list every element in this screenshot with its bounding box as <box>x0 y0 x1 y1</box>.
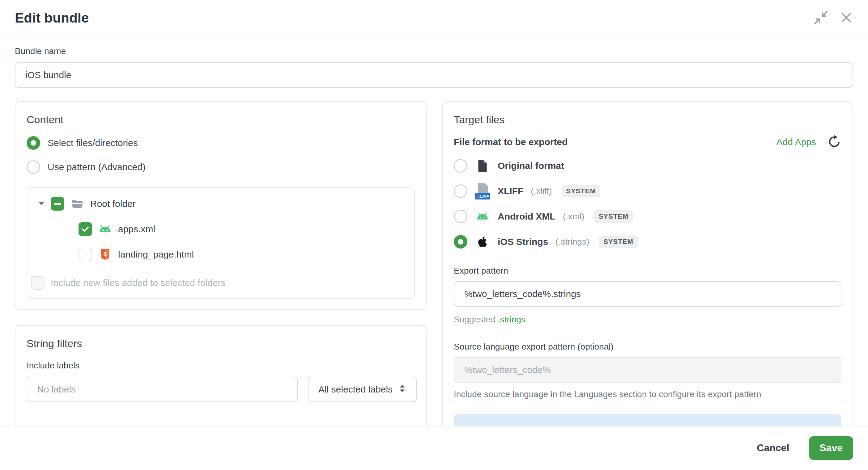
format-row-original[interactable]: Original format <box>454 157 841 174</box>
file-format-row: File format to be exported Add Apps <box>454 135 841 149</box>
string-filters-heading: String filters <box>27 338 415 349</box>
apple-icon <box>475 236 490 248</box>
android-icon <box>475 212 490 221</box>
file-icon <box>475 159 490 172</box>
radio-use-pattern-label: Use pattern (Advanced) <box>48 162 146 172</box>
source-pattern-helper: Include source language in the Languages… <box>454 390 841 399</box>
header-actions <box>813 10 855 26</box>
radio-select-files[interactable]: Select files/directories <box>27 136 415 150</box>
radio-select-files-label: Select files/directories <box>48 138 138 148</box>
indeterminate-mark-icon <box>54 203 61 205</box>
bundle-name-field: Bundle name <box>15 46 853 88</box>
string-filters-card: String filters Include labels All select… <box>15 325 427 426</box>
file-name: landing_page.html <box>118 249 194 260</box>
format-name: iOS Strings <box>498 237 548 247</box>
close-icon <box>840 11 853 25</box>
html5-icon: 5 <box>98 249 112 260</box>
suggested-row: Suggested .strings <box>454 315 841 325</box>
modal-title: Edit bundle <box>15 10 89 26</box>
format-name: Original format <box>498 161 564 171</box>
format-name: Android XML <box>498 211 556 222</box>
format-actions: Add Apps <box>776 135 841 149</box>
check-mark-icon <box>81 225 89 233</box>
root-folder-checkbox[interactable] <box>51 197 64 211</box>
labels-match-value: All selected labels <box>318 384 393 395</box>
suggested-label: Suggested <box>454 315 495 324</box>
file-format-label: File format to be exported <box>454 137 567 147</box>
labels-input[interactable] <box>27 377 298 402</box>
modal-body: Bundle name Content Select files/directo… <box>0 36 868 426</box>
format-row-android-xml[interactable]: Android XML (.xml) SYSTEM <box>454 208 841 225</box>
file-name: apps.xml <box>118 224 155 234</box>
labels-match-select[interactable]: All selected labels <box>308 377 417 402</box>
radio-use-pattern[interactable]: Use pattern (Advanced) <box>27 160 415 174</box>
system-badge: SYSTEM <box>594 210 633 223</box>
xliff-icon: XLIFF <box>475 183 490 200</box>
tree-row-file: apps.xml <box>79 222 407 237</box>
system-badge: SYSTEM <box>599 236 638 248</box>
source-pattern-input <box>454 357 841 382</box>
include-labels-row: All selected labels <box>27 377 415 402</box>
target-files-card: Target files File format to be exported … <box>442 101 853 426</box>
svg-text:5: 5 <box>103 251 107 258</box>
content-heading: Content <box>27 114 415 126</box>
close-button[interactable] <box>838 10 855 26</box>
format-ext: (.xliff) <box>531 186 552 196</box>
cancel-button[interactable]: Cancel <box>755 442 791 454</box>
info-banner <box>454 414 841 426</box>
include-labels-label: Include labels <box>27 361 415 371</box>
edit-bundle-modal: Edit bundle Bundle na <box>0 0 868 470</box>
radio-off-icon <box>454 210 467 223</box>
refresh-button[interactable] <box>827 135 841 149</box>
save-button[interactable]: Save <box>809 436 853 460</box>
collapse-button[interactable] <box>813 10 829 26</box>
right-column: Target files File format to be exported … <box>442 101 853 426</box>
apps-xml-checkbox[interactable] <box>79 222 92 236</box>
format-row-ios-strings[interactable]: iOS Strings (.strings) SYSTEM <box>454 233 841 250</box>
radio-on-icon <box>27 136 40 150</box>
folder-icon <box>70 199 84 209</box>
include-new-files-checkbox[interactable] <box>31 276 44 290</box>
radio-off-icon <box>27 160 40 174</box>
modal-footer: Cancel Save <box>0 426 868 469</box>
export-pattern-label: Export pattern <box>454 266 841 276</box>
columns: Content Select files/directories Use pat… <box>15 101 853 426</box>
compress-icon <box>814 11 828 25</box>
refresh-icon <box>828 135 841 149</box>
content-card: Content Select files/directories Use pat… <box>15 101 427 310</box>
radio-off-icon <box>454 159 467 173</box>
tree-row-file: 5 landing_page.html <box>79 247 407 262</box>
bundle-name-input[interactable] <box>15 62 853 88</box>
format-ext: (.xml) <box>563 211 585 222</box>
bundle-name-label: Bundle name <box>15 46 853 56</box>
modal-header: Edit bundle <box>0 0 868 36</box>
add-apps-link[interactable]: Add Apps <box>776 137 816 147</box>
left-column: Content Select files/directories Use pat… <box>15 101 427 426</box>
root-folder-label: Root folder <box>90 199 136 209</box>
file-tree: Root folder <box>27 188 415 299</box>
format-ext: (.strings) <box>556 237 589 247</box>
target-files-heading: Target files <box>454 114 841 126</box>
include-new-files-row: Include new files added to selected fold… <box>31 275 407 291</box>
suggested-strings-link[interactable]: .strings <box>498 315 526 324</box>
android-icon <box>98 225 112 234</box>
tree-row-root: Root folder <box>38 196 407 211</box>
system-badge: SYSTEM <box>562 185 600 197</box>
radio-on-icon <box>454 235 467 248</box>
source-pattern-label: Source language export pattern (optional… <box>454 342 841 352</box>
radio-off-icon <box>454 184 467 198</box>
sort-arrows-icon <box>398 384 406 395</box>
caret-down-icon[interactable] <box>38 201 44 206</box>
include-new-files-label: Include new files added to selected fold… <box>51 278 225 288</box>
landing-page-checkbox[interactable] <box>79 248 92 261</box>
format-name: XLIFF <box>498 186 523 196</box>
export-pattern-input[interactable] <box>454 281 841 307</box>
format-row-xliff[interactable]: XLIFF XLIFF (.xliff) SYSTEM <box>454 182 841 200</box>
